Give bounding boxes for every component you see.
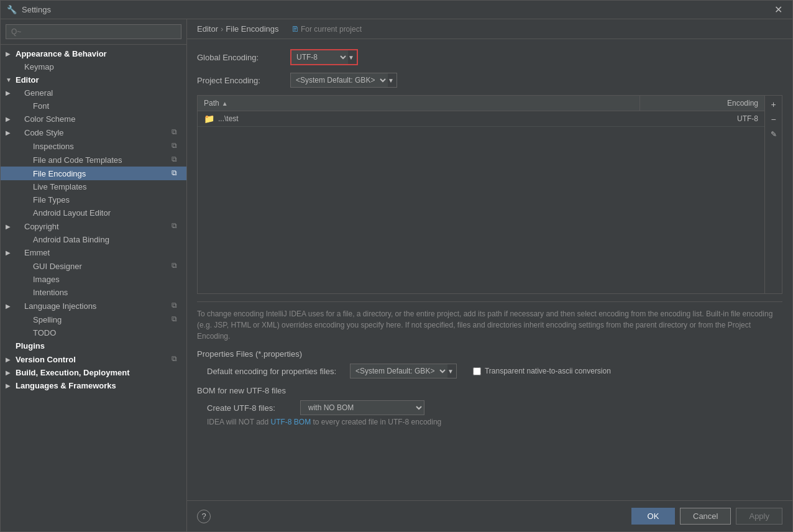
sort-arrow-icon: ▲: [222, 100, 228, 107]
project-encoding-label: Project Encoding:: [197, 76, 284, 85]
transparent-conversion-checkbox[interactable]: [473, 367, 481, 375]
sidebar-item-label: Inspections: [33, 142, 169, 151]
breadcrumb-editor: Editor: [197, 24, 218, 34]
copy-icon: ⧉: [172, 261, 181, 271]
arrow-icon: ▶: [6, 303, 14, 310]
sidebar-item-editor[interactable]: ▼ Editor: [1, 73, 186, 86]
sidebar-item-gui-designer[interactable]: GUI Designer ⧉: [1, 259, 186, 273]
breadcrumb-separator: ›: [221, 24, 223, 34]
project-encoding-select[interactable]: <System Default: GBK> UTF-8 ISO-8859-1: [291, 73, 388, 87]
sidebar-item-todo[interactable]: TODO: [1, 326, 186, 339]
bom-row: Create UTF-8 files: with NO BOM with BOM…: [207, 400, 782, 415]
sidebar-item-appearance[interactable]: ▶ Appearance & Behavior: [1, 47, 186, 60]
encoding-table: Path ▲ Encoding 📁: [197, 95, 782, 294]
encoding-info-text: To change encoding IntelliJ IDEA uses fo…: [197, 301, 782, 342]
sidebar-item-keymap[interactable]: Keymap: [1, 60, 186, 73]
project-encoding-dropdown[interactable]: <System Default: GBK> UTF-8 ISO-8859-1 ▼: [290, 73, 397, 88]
bottom-buttons: OK Cancel Apply: [631, 508, 782, 525]
sidebar-item-label: Intentions: [33, 288, 181, 297]
global-encoding-select[interactable]: UTF-8 ISO-8859-1 UTF-16 GBK: [291, 50, 348, 64]
sidebar-item-emmet[interactable]: ▶ Emmet: [1, 246, 186, 259]
sidebar-item-code-style[interactable]: ▶ Code Style ⧉: [1, 126, 186, 139]
bom-note-prefix: IDEA will NOT add: [207, 418, 270, 426]
sidebar-item-plugins[interactable]: Plugins: [1, 339, 186, 352]
sidebar-item-label: Android Data Binding: [33, 235, 181, 244]
copy-icon: ⧉: [172, 141, 181, 151]
app-icon: 🔧: [7, 5, 17, 15]
sidebar-item-label: General: [24, 88, 181, 98]
arrow-icon: ▼: [6, 76, 14, 83]
project-note-icon: 🖹: [291, 25, 301, 34]
properties-row: Default encoding for properties files: <…: [207, 364, 782, 378]
sidebar-item-languages-frameworks[interactable]: ▶ Languages & Frameworks: [1, 379, 186, 392]
search-input[interactable]: [6, 24, 181, 39]
sidebar-item-file-types[interactable]: File Types: [1, 193, 186, 206]
breadcrumb: Editor › File Encodings 🖹 For current pr…: [187, 19, 792, 39]
sidebar-item-label: Appearance & Behavior: [16, 49, 181, 58]
sidebar-item-images[interactable]: Images: [1, 273, 186, 286]
sidebar-item-label: Spelling: [33, 315, 169, 324]
properties-section: Properties Files (*.properties) Default …: [197, 349, 782, 378]
help-button[interactable]: ?: [197, 510, 211, 523]
sidebar-item-version-control[interactable]: ▶ Version Control ⧉: [1, 352, 186, 366]
sidebar-tree: ▶ Appearance & Behavior Keymap ▼ Editor: [1, 45, 186, 531]
project-encoding-row: Project Encoding: <System Default: GBK> …: [197, 73, 782, 88]
table-add-button[interactable]: +: [768, 98, 780, 111]
sidebar-item-label: Live Templates: [33, 182, 181, 191]
sidebar-item-intentions[interactable]: Intentions: [1, 286, 186, 299]
properties-encoding-select[interactable]: <System Default: GBK> UTF-8 ISO-8859-1: [351, 364, 447, 378]
arrow-icon: ▶: [6, 249, 14, 256]
arrow-icon: ▶: [6, 356, 14, 363]
global-encoding-dropdown[interactable]: UTF-8 ISO-8859-1 UTF-16 GBK ▼: [290, 49, 358, 65]
sidebar-item-file-encodings[interactable]: File Encodings ⧉: [1, 167, 186, 180]
arrow-icon: ▶: [6, 89, 14, 96]
sidebar-item-language-injections[interactable]: ▶ Language Injections ⧉: [1, 299, 186, 313]
create-utf8-select[interactable]: with NO BOM with BOM with BOM (add BOM t…: [300, 400, 424, 415]
table-sidebar: + − ✎: [764, 96, 782, 293]
arrow-icon: ▶: [6, 50, 14, 57]
apply-button[interactable]: Apply: [736, 508, 782, 525]
sidebar-item-live-templates[interactable]: Live Templates: [1, 180, 186, 193]
close-button[interactable]: ✕: [771, 2, 786, 17]
search-box: [1, 19, 186, 45]
sidebar-item-copyright[interactable]: ▶ Copyright ⧉: [1, 219, 186, 233]
cell-path: 📁 ...\test: [204, 114, 634, 124]
sidebar-item-label: Language Injections: [24, 301, 169, 311]
sidebar-item-label: Copyright: [24, 222, 169, 231]
table-main: Path ▲ Encoding 📁: [198, 96, 764, 293]
table-edit-button[interactable]: ✎: [768, 128, 780, 140]
bom-note: IDEA will NOT add UTF-8 BOM to every cre…: [207, 418, 782, 426]
panel-body: Global Encoding: UTF-8 ISO-8859-1 UTF-16…: [187, 39, 792, 500]
sidebar-item-label: Code Style: [24, 128, 169, 137]
sidebar-item-inspections[interactable]: Inspections ⧉: [1, 139, 186, 153]
breadcrumb-file-encodings: File Encodings: [226, 24, 278, 34]
copy-icon: ⧉: [172, 155, 181, 165]
sidebar-item-label: Android Layout Editor: [33, 208, 181, 218]
bom-link[interactable]: UTF-8 BOM: [270, 418, 311, 426]
ok-button[interactable]: OK: [631, 508, 675, 525]
window-title: Settings: [22, 5, 771, 14]
sidebar-item-color-scheme[interactable]: ▶ Color Scheme: [1, 112, 186, 126]
sidebar-item-android-layout-editor[interactable]: Android Layout Editor: [1, 206, 186, 219]
table-remove-button[interactable]: −: [768, 113, 780, 126]
titlebar: 🔧 Settings ✕: [1, 1, 792, 19]
global-encoding-label: Global Encoding:: [197, 53, 284, 62]
sidebar-item-font[interactable]: Font: [1, 99, 186, 112]
right-panel: Editor › File Encodings 🖹 For current pr…: [187, 19, 792, 531]
sidebar-item-android-data-binding[interactable]: Android Data Binding: [1, 233, 186, 246]
table-row[interactable]: 📁 ...\test UTF-8: [198, 111, 764, 127]
copy-icon: ⧉: [172, 168, 181, 178]
copy-icon: ⧉: [172, 127, 181, 137]
sidebar-item-label: Plugins: [16, 341, 181, 351]
sidebar-item-label: File Types: [33, 195, 181, 204]
sidebar-item-build-execution[interactable]: ▶ Build, Execution, Deployment: [1, 366, 186, 379]
sidebar-item-label: File Encodings: [33, 169, 169, 178]
sidebar-item-file-code-templates[interactable]: File and Code Templates ⧉: [1, 153, 186, 167]
cancel-button[interactable]: Cancel: [680, 508, 731, 525]
create-utf8-label: Create UTF-8 files:: [207, 403, 294, 413]
properties-encoding-dropdown[interactable]: <System Default: GBK> UTF-8 ISO-8859-1 ▼: [350, 364, 457, 378]
bottom-bar: ? OK Cancel Apply: [187, 500, 792, 531]
sidebar-item-spelling[interactable]: Spelling ⧉: [1, 313, 186, 326]
sidebar-item-label: Version Control: [16, 355, 169, 364]
sidebar-item-general[interactable]: ▶ General: [1, 86, 186, 99]
